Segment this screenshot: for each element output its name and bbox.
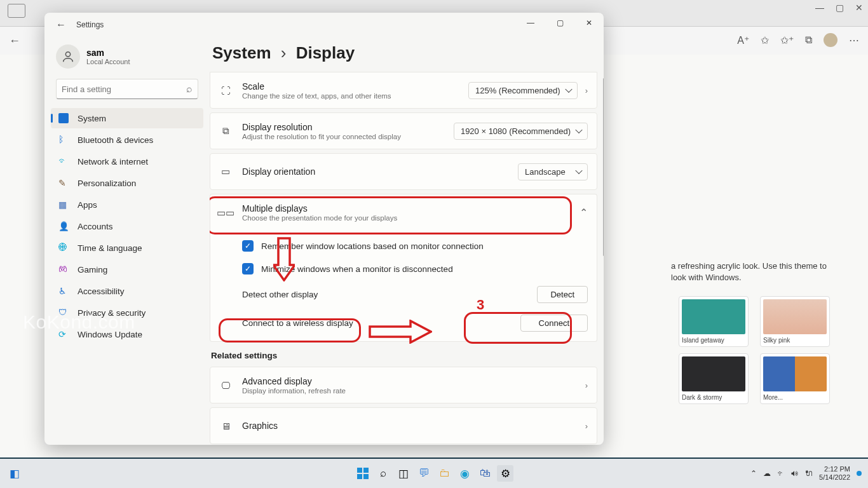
settings-back-button[interactable]: ←: [50, 17, 72, 33]
browser-tab-icon[interactable]: [8, 4, 25, 18]
search-icon: ⌕: [186, 83, 193, 95]
find-setting-search[interactable]: ⌕: [56, 79, 198, 99]
remember-locations-row[interactable]: ✓ Remember window locations based on mon…: [210, 234, 597, 257]
resolution-dropdown[interactable]: 1920 × 1080 (Recommended): [454, 123, 588, 140]
profile-avatar-icon[interactable]: [824, 33, 837, 47]
nav-personalization[interactable]: ✎Personalization: [51, 173, 203, 193]
resolution-icon: ⧉: [219, 125, 232, 137]
breadcrumb-parent[interactable]: System: [212, 43, 271, 62]
nav-windows-update[interactable]: ⟳Windows Update: [51, 324, 203, 344]
nav-privacy[interactable]: 🛡︎Privacy & security: [51, 302, 203, 323]
nav-apps[interactable]: ▦Apps: [51, 194, 203, 215]
theme-tile-dark[interactable]: Dark & stormy: [679, 353, 749, 404]
window-minimize-button[interactable]: —: [516, 13, 545, 33]
browser-back-button[interactable]: ←: [9, 34, 20, 48]
gaming-icon: 🎮︎: [58, 264, 69, 274]
svg-rect-3: [357, 474, 362, 479]
browser-close-icon[interactable]: ✕: [855, 3, 863, 13]
multiple-displays-icon: ▭▭: [219, 207, 232, 219]
scale-row[interactable]: ⛶ Scale Change the size of text, apps, a…: [210, 72, 597, 109]
window-maximize-button[interactable]: ▢: [545, 13, 574, 33]
detect-button[interactable]: Detect: [537, 286, 588, 303]
file-explorer-icon[interactable]: 🗀: [436, 465, 452, 482]
bluetooth-icon: ᛒ: [58, 135, 69, 145]
settings-taskbar-icon[interactable]: ⚙: [497, 465, 513, 482]
tray-chevron-icon[interactable]: ⌃: [750, 469, 757, 478]
wifi-tray-icon[interactable]: ᯤ: [777, 469, 785, 478]
browser-more-icon[interactable]: ⋯: [849, 34, 859, 46]
breadcrumb: System › Display: [210, 37, 604, 72]
settings-sidebar: sam Local Account ⌕ System ᛒBluetooth & …: [44, 37, 210, 445]
nav-accounts[interactable]: 👤Accounts: [51, 216, 203, 236]
user-name: sam: [86, 48, 130, 58]
user-avatar-icon: [56, 44, 80, 69]
multiple-displays-row[interactable]: ▭▭ Multiple displays Choose the presenta…: [210, 194, 597, 231]
start-button[interactable]: [355, 465, 371, 482]
window-close-button[interactable]: ✕: [574, 13, 604, 33]
chevron-up-icon: ⌃: [580, 207, 588, 219]
graphics-icon: 🖥︎: [219, 421, 232, 431]
nav-system[interactable]: System: [51, 108, 203, 128]
taskbar-clock[interactable]: 2:12 PM 5/14/2022: [819, 465, 850, 481]
settings-title: Settings: [76, 20, 104, 29]
apps-icon: ▦: [58, 200, 69, 210]
favorite-icon[interactable]: ✩: [761, 34, 769, 46]
advanced-display-row[interactable]: 🖵 Advanced display Display information, …: [210, 367, 597, 403]
battery-tray-icon[interactable]: 🔌︎: [805, 469, 813, 478]
favorites-bar-icon[interactable]: ✩⁺: [780, 34, 794, 46]
shield-icon: 🛡︎: [58, 308, 69, 318]
theme-tile-silky[interactable]: Silky pink: [760, 296, 830, 347]
connect-wireless-row: Connect to a wireless display Connect: [210, 309, 597, 337]
breadcrumb-current: Display: [296, 43, 355, 62]
volume-tray-icon[interactable]: 🔊︎: [791, 469, 799, 478]
svg-point-0: [65, 52, 70, 57]
svg-rect-1: [357, 468, 362, 473]
read-aloud-icon[interactable]: A⁺: [737, 34, 749, 46]
graphics-row[interactable]: 🖥︎ Graphics ›: [210, 407, 597, 444]
nav-time-language[interactable]: 🌐︎Time & language: [51, 238, 203, 258]
onedrive-icon[interactable]: ☁︎: [763, 469, 771, 478]
settings-main: System › Display ⛶ Scale Change the size…: [210, 37, 604, 445]
theme-grid: Island getaway Silky pink Dark & stormy …: [679, 296, 830, 404]
scale-dropdown[interactable]: 125% (Recommended): [468, 82, 578, 99]
browser-minimize-icon[interactable]: —: [815, 3, 824, 13]
chevron-right-icon: ›: [281, 43, 287, 62]
connect-button[interactable]: Connect: [520, 315, 588, 332]
theme-tile-more[interactable]: More...: [760, 353, 830, 404]
accounts-icon: 👤: [58, 221, 69, 231]
multiple-displays-expanded: ✓ Remember window locations based on mon…: [210, 231, 597, 342]
related-settings-label: Related settings: [211, 351, 597, 360]
user-block[interactable]: sam Local Account: [47, 39, 207, 78]
orientation-icon: ▭: [219, 166, 232, 177]
minimize-checkbox[interactable]: ✓: [242, 263, 254, 274]
browser-maximize-icon[interactable]: ▢: [836, 3, 844, 13]
search-icon[interactable]: ⌕: [375, 465, 391, 482]
scrollbar-thumb[interactable]: [603, 78, 604, 256]
system-icon: [58, 113, 69, 123]
remember-checkbox[interactable]: ✓: [242, 240, 254, 252]
nav-accessibility[interactable]: ♿︎Accessibility: [51, 281, 203, 301]
chat-icon[interactable]: 💬︎: [416, 465, 432, 482]
settings-titlebar: ← Settings — ▢ ✕: [44, 13, 604, 37]
settings-content[interactable]: ⛶ Scale Change the size of text, apps, a…: [210, 72, 604, 445]
chevron-right-icon: ›: [585, 86, 588, 95]
store-icon[interactable]: 🛍︎: [477, 465, 493, 482]
chevron-right-icon: ›: [585, 381, 588, 390]
notifications-icon[interactable]: [857, 471, 862, 476]
minimize-windows-row[interactable]: ✓ Minimize windows when a monitor is dis…: [210, 257, 597, 280]
theme-tile-island[interactable]: Island getaway: [679, 296, 749, 347]
orientation-dropdown[interactable]: Landscape: [518, 163, 588, 180]
nav-bluetooth[interactable]: ᛒBluetooth & devices: [51, 130, 203, 150]
themes-description: a refreshing acrylic look. Use this them…: [671, 261, 836, 283]
detect-other-display-row: Detect other display Detect: [210, 280, 597, 309]
svg-rect-4: [363, 474, 369, 479]
scale-icon: ⛶: [219, 85, 232, 96]
widgets-icon[interactable]: ◧: [6, 465, 23, 482]
collections-icon[interactable]: ⧉: [805, 34, 812, 46]
nav-gaming[interactable]: 🎮︎Gaming: [51, 259, 203, 280]
edge-icon[interactable]: ◉: [456, 465, 473, 482]
task-view-icon[interactable]: ◫: [395, 465, 412, 482]
nav-network[interactable]: ᯤNetwork & internet: [51, 151, 203, 172]
search-input[interactable]: [62, 85, 186, 94]
settings-window: ← Settings — ▢ ✕ sam Local Account ⌕: [44, 13, 604, 445]
